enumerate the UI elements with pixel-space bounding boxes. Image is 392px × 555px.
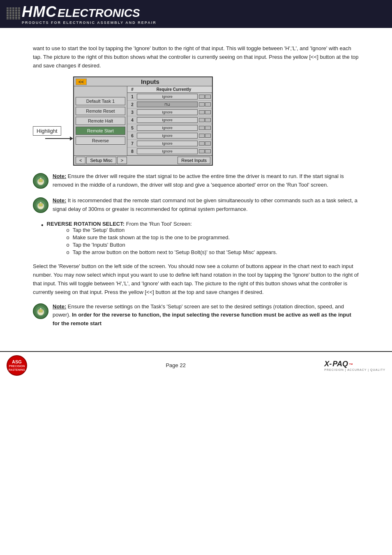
table-row: 7 Ignore bbox=[127, 140, 212, 148]
sub-bullet-2: o bbox=[67, 234, 69, 240]
indicator-box-6a bbox=[199, 134, 205, 138]
inputs-left-column: Default Task 1 Remote Reset Remote Halt … bbox=[74, 86, 127, 155]
indicator-box-5a bbox=[199, 126, 205, 130]
row-btn-1[interactable]: Ignore bbox=[137, 94, 198, 99]
indicator-box-1b bbox=[205, 95, 211, 99]
row-btn-5[interactable]: Ignore bbox=[137, 125, 198, 131]
row-num-2: 2 bbox=[128, 102, 136, 107]
row-btn-8[interactable]: Ignore bbox=[137, 148, 198, 154]
note2-icon bbox=[33, 197, 48, 213]
row-num-1: 1 bbox=[128, 95, 136, 99]
inputs-panel: << Inputs Default Task 1 Remote Reset Re… bbox=[73, 76, 213, 166]
note3-label: Note: bbox=[53, 303, 66, 310]
row-indicator-6 bbox=[199, 134, 211, 138]
footer-logo-left: ASG PRECISION FASTENING bbox=[7, 355, 27, 376]
row-indicator-4 bbox=[199, 118, 211, 122]
indicator-box-3a bbox=[199, 110, 205, 114]
note3-bold-text: In order for the reverse to function, th… bbox=[53, 312, 351, 326]
row-indicator-2 bbox=[199, 102, 211, 106]
reverse-section: • REVERSE ROTATION SELECT: From the 'Run… bbox=[33, 221, 359, 257]
inputs-reset-button[interactable]: Reset Inputs bbox=[178, 157, 210, 164]
indicator-box-4a bbox=[199, 118, 205, 122]
intro-paragraph: want to use to start the tool by tapping… bbox=[33, 44, 359, 70]
indicator-box-6b bbox=[205, 134, 211, 138]
indicator-box-1a bbox=[199, 95, 205, 99]
logo-tagline: PRODUCTS FOR ELECTRONIC ASSEMBLY AND REP… bbox=[22, 21, 157, 25]
row-num-6: 6 bbox=[128, 134, 136, 138]
inputs-back-button[interactable]: << bbox=[76, 79, 87, 85]
row-indicator-1 bbox=[199, 95, 211, 99]
reverse-step-3: o Tap the 'Inputs' Button bbox=[67, 242, 277, 248]
row-btn-6[interactable]: Ignore bbox=[137, 133, 198, 139]
logo-hmc: HMC bbox=[22, 3, 57, 21]
inputs-btn-default-task[interactable]: Default Task 1 bbox=[76, 97, 125, 105]
inputs-prev-button[interactable]: < bbox=[76, 157, 85, 164]
note1-label: Note: bbox=[53, 173, 66, 179]
col-header-num: # bbox=[128, 87, 136, 92]
row-btn-2[interactable]: ⊓⊔ bbox=[137, 102, 198, 107]
reverse-paragraph: Select the 'Reverse' button on the left … bbox=[33, 262, 359, 296]
table-row: 5 Ignore bbox=[127, 124, 212, 132]
indicator-box-2a bbox=[199, 102, 205, 106]
highlight-arrowhead bbox=[70, 136, 73, 141]
row-indicator-3 bbox=[199, 110, 211, 114]
inputs-btn-remote-halt[interactable]: Remote Halt bbox=[76, 117, 125, 125]
indicator-box-7b bbox=[205, 141, 211, 146]
inputs-panel-footer: < Setup Misc > Reset Inputs bbox=[74, 155, 212, 165]
sub-bullet-1: o bbox=[67, 227, 69, 233]
row-btn-4[interactable]: Ignore bbox=[137, 117, 198, 123]
inputs-next-button[interactable]: > bbox=[117, 157, 127, 164]
highlight-arrow-line bbox=[45, 138, 70, 139]
col-header-require: Require Currently bbox=[136, 87, 211, 92]
row-indicator-8 bbox=[199, 149, 211, 153]
sub-bullet-4: o bbox=[67, 249, 69, 255]
inputs-btn-remote-reset[interactable]: Remote Reset bbox=[76, 107, 125, 115]
inputs-btn-remote-start[interactable]: Remote Start bbox=[76, 127, 125, 135]
row-num-7: 7 bbox=[128, 141, 136, 146]
table-row: 6 Ignore bbox=[127, 132, 212, 140]
table-row: 1 Ignore bbox=[127, 93, 212, 101]
asg-logo: ASG PRECISION FASTENING bbox=[7, 355, 27, 376]
table-row: 8 Ignore bbox=[127, 148, 212, 155]
inputs-left-header-spacer bbox=[74, 86, 127, 96]
inputs-title: Inputs bbox=[90, 78, 210, 85]
page-number: Page 22 bbox=[166, 362, 185, 368]
svg-point-14 bbox=[40, 308, 42, 310]
note2-section: Note: It is recommended that the remote … bbox=[33, 197, 359, 214]
note3-icon bbox=[33, 303, 48, 319]
inputs-right-header: # Require Currently bbox=[127, 86, 212, 93]
indicator-box-8b bbox=[205, 149, 211, 153]
inputs-panel-body: Default Task 1 Remote Reset Remote Halt … bbox=[74, 86, 212, 155]
svg-point-9 bbox=[40, 202, 42, 204]
note1-text: Note: Ensure the driver will require the… bbox=[53, 172, 359, 190]
note3-section: Note: Ensure the reverse settings on the… bbox=[33, 303, 359, 328]
indicator-box-5b bbox=[205, 126, 211, 130]
row-num-4: 4 bbox=[128, 118, 136, 123]
reverse-step-2: o Make sure the task shown at the top is… bbox=[67, 234, 277, 240]
reverse-steps-list: o Tap the 'Setup' Button o Make sure the… bbox=[67, 227, 277, 255]
svg-point-4 bbox=[40, 178, 42, 179]
note2-label: Note: bbox=[53, 197, 66, 204]
footer-logo-right: X- PAQ ™ PRECISION | ACCURACY | QUALITY bbox=[324, 360, 385, 371]
bullet-dot: • bbox=[41, 221, 44, 230]
row-num-8: 8 bbox=[128, 149, 136, 154]
note2-text: Note: It is recommended that the remote … bbox=[53, 197, 359, 214]
row-btn-3[interactable]: Ignore bbox=[137, 109, 198, 115]
reverse-step-4: o Tap the arrow button on the bottom nex… bbox=[67, 249, 277, 255]
reverse-bullet-item: • REVERSE ROTATION SELECT: From the 'Run… bbox=[41, 221, 359, 257]
inputs-diagram-wrapper: Highlight << Inputs Default Task 1 Re bbox=[33, 76, 359, 166]
inputs-panel-header: << Inputs bbox=[74, 77, 212, 86]
page-header: HMC ELECTRONICS PRODUCTS FOR ELECTRONIC … bbox=[0, 0, 392, 28]
indicator-box-2b bbox=[205, 102, 211, 106]
note1-section: Note: Ensure the driver will require the… bbox=[33, 172, 359, 190]
page-content: want to use to start the tool by tapping… bbox=[0, 28, 392, 343]
inputs-btn-reverse[interactable]: Reverse bbox=[76, 136, 125, 145]
table-row: 2 ⊓⊔ bbox=[127, 101, 212, 109]
indicator-box-4b bbox=[205, 118, 211, 122]
inputs-right-column: # Require Currently 1 Ignore 2 bbox=[127, 86, 212, 155]
inputs-setup-misc-button[interactable]: Setup Misc bbox=[86, 157, 116, 164]
logo-electronics: ELECTRONICS bbox=[58, 7, 140, 20]
sub-bullet-3: o bbox=[67, 242, 69, 248]
row-btn-7[interactable]: Ignore bbox=[137, 141, 198, 146]
table-row: 4 Ignore bbox=[127, 116, 212, 124]
